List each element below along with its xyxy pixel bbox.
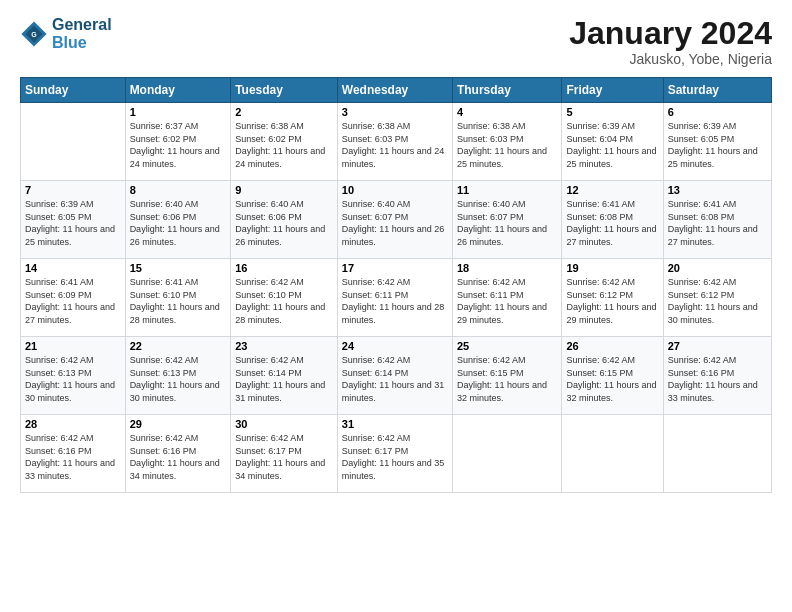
day-info: Sunrise: 6:39 AMSunset: 6:05 PMDaylight:…	[25, 198, 121, 248]
day-info: Sunrise: 6:40 AMSunset: 6:07 PMDaylight:…	[457, 198, 557, 248]
day-number: 17	[342, 262, 448, 274]
title-block: January 2024 Jakusko, Yobe, Nigeria	[569, 16, 772, 67]
day-info: Sunrise: 6:40 AMSunset: 6:07 PMDaylight:…	[342, 198, 448, 248]
calendar-cell: 14 Sunrise: 6:41 AMSunset: 6:09 PMDaylig…	[21, 259, 126, 337]
day-info: Sunrise: 6:42 AMSunset: 6:17 PMDaylight:…	[235, 432, 333, 482]
logo-icon: G	[20, 20, 48, 48]
day-number: 9	[235, 184, 333, 196]
calendar-cell: 2 Sunrise: 6:38 AMSunset: 6:02 PMDayligh…	[231, 103, 338, 181]
day-info: Sunrise: 6:39 AMSunset: 6:05 PMDaylight:…	[668, 120, 767, 170]
header-row: Sunday Monday Tuesday Wednesday Thursday…	[21, 78, 772, 103]
col-tuesday: Tuesday	[231, 78, 338, 103]
logo-text: General Blue	[52, 16, 112, 51]
day-info: Sunrise: 6:42 AMSunset: 6:12 PMDaylight:…	[668, 276, 767, 326]
day-number: 12	[566, 184, 658, 196]
col-friday: Friday	[562, 78, 663, 103]
day-info: Sunrise: 6:42 AMSunset: 6:15 PMDaylight:…	[566, 354, 658, 404]
day-number: 26	[566, 340, 658, 352]
calendar-cell: 5 Sunrise: 6:39 AMSunset: 6:04 PMDayligh…	[562, 103, 663, 181]
day-info: Sunrise: 6:41 AMSunset: 6:08 PMDaylight:…	[566, 198, 658, 248]
day-number: 31	[342, 418, 448, 430]
day-number: 28	[25, 418, 121, 430]
day-info: Sunrise: 6:41 AMSunset: 6:09 PMDaylight:…	[25, 276, 121, 326]
day-info: Sunrise: 6:42 AMSunset: 6:16 PMDaylight:…	[25, 432, 121, 482]
header: G General Blue January 2024 Jakusko, Yob…	[20, 16, 772, 67]
day-info: Sunrise: 6:42 AMSunset: 6:13 PMDaylight:…	[130, 354, 227, 404]
calendar-cell: 12 Sunrise: 6:41 AMSunset: 6:08 PMDaylig…	[562, 181, 663, 259]
calendar-cell: 17 Sunrise: 6:42 AMSunset: 6:11 PMDaylig…	[337, 259, 452, 337]
day-number: 15	[130, 262, 227, 274]
day-number: 3	[342, 106, 448, 118]
calendar-cell: 7 Sunrise: 6:39 AMSunset: 6:05 PMDayligh…	[21, 181, 126, 259]
calendar-cell: 28 Sunrise: 6:42 AMSunset: 6:16 PMDaylig…	[21, 415, 126, 493]
col-wednesday: Wednesday	[337, 78, 452, 103]
calendar-cell: 22 Sunrise: 6:42 AMSunset: 6:13 PMDaylig…	[125, 337, 231, 415]
calendar-cell: 15 Sunrise: 6:41 AMSunset: 6:10 PMDaylig…	[125, 259, 231, 337]
calendar-cell: 11 Sunrise: 6:40 AMSunset: 6:07 PMDaylig…	[452, 181, 561, 259]
calendar-cell: 23 Sunrise: 6:42 AMSunset: 6:14 PMDaylig…	[231, 337, 338, 415]
day-info: Sunrise: 6:42 AMSunset: 6:11 PMDaylight:…	[457, 276, 557, 326]
day-info: Sunrise: 6:42 AMSunset: 6:13 PMDaylight:…	[25, 354, 121, 404]
day-info: Sunrise: 6:42 AMSunset: 6:10 PMDaylight:…	[235, 276, 333, 326]
calendar-cell: 30 Sunrise: 6:42 AMSunset: 6:17 PMDaylig…	[231, 415, 338, 493]
day-number: 13	[668, 184, 767, 196]
day-number: 7	[25, 184, 121, 196]
calendar-body: 1 Sunrise: 6:37 AMSunset: 6:02 PMDayligh…	[21, 103, 772, 493]
calendar-week-2: 7 Sunrise: 6:39 AMSunset: 6:05 PMDayligh…	[21, 181, 772, 259]
calendar-week-3: 14 Sunrise: 6:41 AMSunset: 6:09 PMDaylig…	[21, 259, 772, 337]
calendar-week-1: 1 Sunrise: 6:37 AMSunset: 6:02 PMDayligh…	[21, 103, 772, 181]
calendar-cell: 18 Sunrise: 6:42 AMSunset: 6:11 PMDaylig…	[452, 259, 561, 337]
day-number: 25	[457, 340, 557, 352]
calendar-cell	[21, 103, 126, 181]
day-info: Sunrise: 6:42 AMSunset: 6:12 PMDaylight:…	[566, 276, 658, 326]
page-container: G General Blue January 2024 Jakusko, Yob…	[0, 0, 792, 503]
day-number: 8	[130, 184, 227, 196]
calendar-cell: 3 Sunrise: 6:38 AMSunset: 6:03 PMDayligh…	[337, 103, 452, 181]
day-info: Sunrise: 6:42 AMSunset: 6:14 PMDaylight:…	[342, 354, 448, 404]
location: Jakusko, Yobe, Nigeria	[569, 51, 772, 67]
calendar-cell: 31 Sunrise: 6:42 AMSunset: 6:17 PMDaylig…	[337, 415, 452, 493]
day-number: 2	[235, 106, 333, 118]
calendar-cell: 6 Sunrise: 6:39 AMSunset: 6:05 PMDayligh…	[663, 103, 771, 181]
day-number: 6	[668, 106, 767, 118]
month-title: January 2024	[569, 16, 772, 51]
day-info: Sunrise: 6:38 AMSunset: 6:03 PMDaylight:…	[342, 120, 448, 170]
calendar-cell: 26 Sunrise: 6:42 AMSunset: 6:15 PMDaylig…	[562, 337, 663, 415]
day-info: Sunrise: 6:42 AMSunset: 6:16 PMDaylight:…	[668, 354, 767, 404]
calendar-cell	[562, 415, 663, 493]
day-info: Sunrise: 6:40 AMSunset: 6:06 PMDaylight:…	[130, 198, 227, 248]
col-saturday: Saturday	[663, 78, 771, 103]
calendar-cell: 8 Sunrise: 6:40 AMSunset: 6:06 PMDayligh…	[125, 181, 231, 259]
calendar-table: Sunday Monday Tuesday Wednesday Thursday…	[20, 77, 772, 493]
day-number: 22	[130, 340, 227, 352]
day-info: Sunrise: 6:39 AMSunset: 6:04 PMDaylight:…	[566, 120, 658, 170]
calendar-cell: 20 Sunrise: 6:42 AMSunset: 6:12 PMDaylig…	[663, 259, 771, 337]
day-number: 19	[566, 262, 658, 274]
calendar-cell: 27 Sunrise: 6:42 AMSunset: 6:16 PMDaylig…	[663, 337, 771, 415]
col-monday: Monday	[125, 78, 231, 103]
day-info: Sunrise: 6:42 AMSunset: 6:16 PMDaylight:…	[130, 432, 227, 482]
calendar-cell: 24 Sunrise: 6:42 AMSunset: 6:14 PMDaylig…	[337, 337, 452, 415]
day-number: 27	[668, 340, 767, 352]
day-number: 20	[668, 262, 767, 274]
calendar-cell: 1 Sunrise: 6:37 AMSunset: 6:02 PMDayligh…	[125, 103, 231, 181]
day-info: Sunrise: 6:41 AMSunset: 6:10 PMDaylight:…	[130, 276, 227, 326]
col-thursday: Thursday	[452, 78, 561, 103]
calendar-cell: 21 Sunrise: 6:42 AMSunset: 6:13 PMDaylig…	[21, 337, 126, 415]
calendar-cell: 19 Sunrise: 6:42 AMSunset: 6:12 PMDaylig…	[562, 259, 663, 337]
day-number: 18	[457, 262, 557, 274]
svg-text:G: G	[31, 30, 37, 37]
calendar-cell: 13 Sunrise: 6:41 AMSunset: 6:08 PMDaylig…	[663, 181, 771, 259]
day-info: Sunrise: 6:37 AMSunset: 6:02 PMDaylight:…	[130, 120, 227, 170]
day-number: 21	[25, 340, 121, 352]
calendar-cell: 16 Sunrise: 6:42 AMSunset: 6:10 PMDaylig…	[231, 259, 338, 337]
logo: G General Blue	[20, 16, 112, 51]
day-number: 16	[235, 262, 333, 274]
day-info: Sunrise: 6:42 AMSunset: 6:15 PMDaylight:…	[457, 354, 557, 404]
day-info: Sunrise: 6:38 AMSunset: 6:03 PMDaylight:…	[457, 120, 557, 170]
day-number: 24	[342, 340, 448, 352]
day-info: Sunrise: 6:38 AMSunset: 6:02 PMDaylight:…	[235, 120, 333, 170]
calendar-cell: 29 Sunrise: 6:42 AMSunset: 6:16 PMDaylig…	[125, 415, 231, 493]
calendar-cell: 10 Sunrise: 6:40 AMSunset: 6:07 PMDaylig…	[337, 181, 452, 259]
calendar-cell	[452, 415, 561, 493]
